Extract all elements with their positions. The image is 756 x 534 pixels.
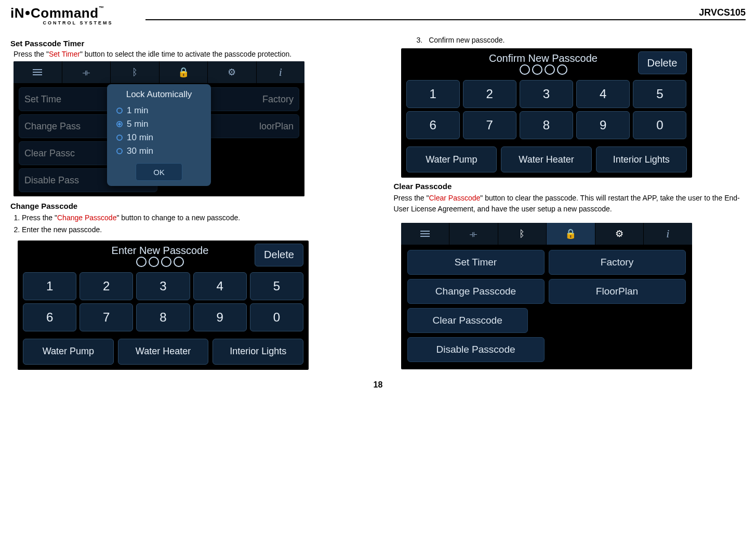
timer-option-10min[interactable]: 10 min <box>107 131 211 144</box>
timer-option-30min[interactable]: 30 min <box>107 144 211 158</box>
key-0[interactable]: 0 <box>250 303 303 331</box>
confirm-passcode-title: Confirm New Passcode <box>449 48 638 64</box>
key-7[interactable]: 7 <box>79 303 133 331</box>
clear-passcode-button[interactable]: Clear Passcode <box>407 308 528 333</box>
slider-icon[interactable]: ⟛ <box>62 61 111 83</box>
water-pump-button[interactable]: Water Pump <box>23 339 114 365</box>
key-5[interactable]: 5 <box>250 272 303 300</box>
confirm-step: 3. Confirm new passcode. <box>417 36 746 44</box>
key-2[interactable]: 2 <box>463 80 516 108</box>
key-9[interactable]: 9 <box>576 111 630 139</box>
key-6[interactable]: 6 <box>23 303 76 331</box>
set-timer-intro: Press the "Set Timer" button to select t… <box>14 50 363 58</box>
delete-button[interactable]: Delete <box>255 244 303 266</box>
key-1[interactable]: 1 <box>406 80 460 108</box>
delete-button[interactable]: Delete <box>638 51 687 74</box>
bluetooth-icon[interactable]: ᛒ <box>498 223 547 245</box>
set-timer-button[interactable]: Set Timer <box>407 250 545 275</box>
page-header: iNCommand™ CONTROL SYSTEMS JRVCS105 <box>10 5 746 25</box>
change-passcode-steps: Press the "Change Passcode" button to ch… <box>22 212 363 235</box>
key-0[interactable]: 0 <box>633 111 686 139</box>
gear-icon[interactable]: ⚙ <box>595 223 644 245</box>
change-passcode-title: Change Passcode <box>10 202 363 210</box>
model-number: JRVCS105 <box>145 7 746 18</box>
key-3[interactable]: 3 <box>520 80 573 108</box>
timer-option-1min[interactable]: 1 min <box>107 104 211 117</box>
water-pump-button[interactable]: Water Pump <box>406 146 497 172</box>
key-3[interactable]: 3 <box>136 272 190 300</box>
bluetooth-icon[interactable]: ᛒ <box>111 61 160 83</box>
lock-icon[interactable]: 🔒 <box>160 61 208 83</box>
enter-passcode-screenshot: Enter New Passcode Delete 1 2 3 4 5 6 7 … <box>18 241 309 370</box>
logo: iNCommand™ CONTROL SYSTEMS <box>10 5 145 25</box>
clear-passcode-intro: Press the "Clear Passcode" button to cle… <box>394 193 746 215</box>
key-6[interactable]: 6 <box>406 111 460 139</box>
floorplan-button[interactable]: FloorPlan <box>549 279 686 304</box>
factory-button[interactable]: Factory <box>549 250 686 275</box>
confirm-passcode-screenshot: Confirm New Passcode Delete 1 2 3 4 5 6 … <box>401 48 692 178</box>
key-2[interactable]: 2 <box>79 272 133 300</box>
slider-icon[interactable]: ⟛ <box>449 223 498 245</box>
passcode-dots <box>449 63 638 77</box>
key-9[interactable]: 9 <box>193 303 247 331</box>
dialog-title: Lock Automically <box>107 89 211 100</box>
toolbar: ⟛ ᛒ 🔒 ⚙ i <box>14 61 304 83</box>
page-number: 18 <box>10 380 746 390</box>
clear-passcode-title: Clear Passcode <box>394 182 746 191</box>
set-passcode-timer-title: Set Passcode Timer <box>10 39 363 48</box>
passcode-dots <box>65 256 255 269</box>
gear-icon[interactable]: ⚙ <box>208 61 257 83</box>
water-heater-button[interactable]: Water Heater <box>501 146 592 172</box>
key-4[interactable]: 4 <box>193 272 247 300</box>
menu-icon[interactable] <box>401 223 450 245</box>
key-8[interactable]: 8 <box>136 303 190 331</box>
clear-passcode-screenshot: ⟛ ᛒ 🔒 ⚙ i Set Timer Change Passcode Clea… <box>401 223 692 369</box>
key-8[interactable]: 8 <box>520 111 573 139</box>
timer-option-5min[interactable]: 5 min <box>107 117 211 131</box>
change-passcode-button[interactable]: Change Passcode <box>407 279 545 304</box>
disable-passcode-button[interactable]: Disable Passcode <box>407 337 545 362</box>
interior-lights-button[interactable]: Interior Lights <box>213 339 303 365</box>
keypad: 1 2 3 4 5 6 7 8 9 0 <box>18 269 309 337</box>
set-timer-screenshot: ⟛ ᛒ 🔒 ⚙ i Set Time Factory Change Pass l… <box>14 61 304 196</box>
interior-lights-button[interactable]: Interior Lights <box>596 146 687 172</box>
lock-timer-dialog: Lock Automically 1 min 5 min 10 min 30 m… <box>107 84 211 186</box>
key-4[interactable]: 4 <box>576 80 630 108</box>
water-heater-button[interactable]: Water Heater <box>118 339 209 365</box>
key-7[interactable]: 7 <box>463 111 516 139</box>
key-5[interactable]: 5 <box>633 80 686 108</box>
info-icon[interactable]: i <box>257 61 305 83</box>
menu-icon[interactable] <box>14 61 62 83</box>
info-icon[interactable]: i <box>644 223 692 245</box>
enter-passcode-title: Enter New Passcode <box>65 241 255 257</box>
keypad: 1 2 3 4 5 6 7 8 9 0 <box>401 77 692 144</box>
key-1[interactable]: 1 <box>23 272 76 300</box>
lock-icon[interactable]: 🔒 <box>547 223 595 245</box>
ok-button[interactable]: OK <box>136 163 182 181</box>
toolbar: ⟛ ᛒ 🔒 ⚙ i <box>401 223 692 245</box>
